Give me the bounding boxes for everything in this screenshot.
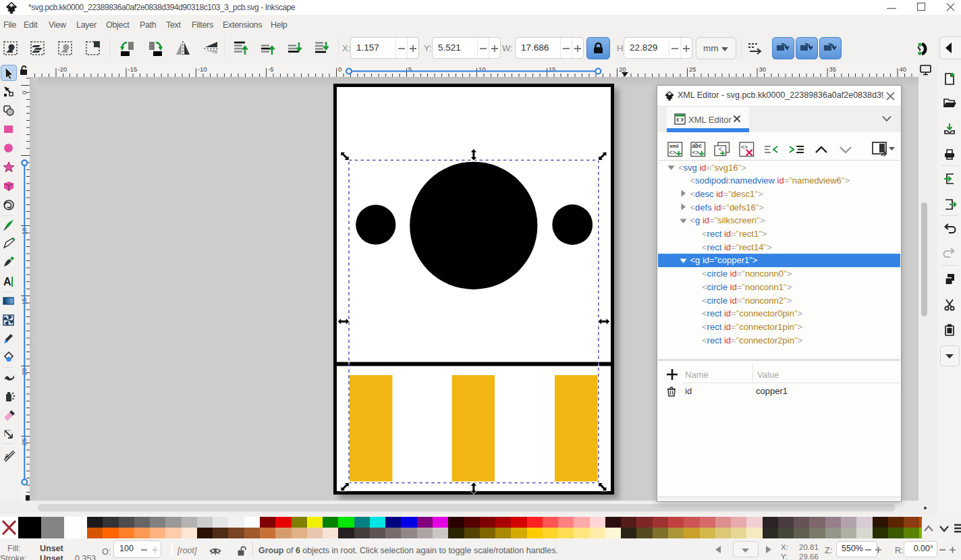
- svg-text:40: 40: [900, 65, 907, 73]
- svg-text:A: A: [5, 453, 9, 459]
- svg-text:25: 25: [689, 65, 696, 73]
- svg-text:-10: -10: [198, 65, 207, 73]
- svg-text:-15: -15: [128, 65, 138, 73]
- svg-text:35: 35: [829, 65, 837, 73]
- svg-text:25: 25: [20, 438, 28, 445]
- svg-text:A: A: [3, 276, 11, 287]
- svg-text:-20: -20: [58, 65, 67, 73]
- svg-text:15: 15: [20, 298, 28, 305]
- svg-text:20: 20: [619, 65, 626, 73]
- svg-text:<>: <>: [669, 149, 676, 156]
- svg-text:30: 30: [759, 65, 767, 73]
- svg-text:10: 10: [20, 227, 28, 235]
- svg-text:-5: -5: [268, 65, 273, 73]
- svg-text:0: 0: [20, 91, 28, 94]
- svg-text:<: <: [719, 146, 722, 152]
- svg-text:20: 20: [20, 368, 28, 375]
- svg-text:0: 0: [338, 65, 341, 73]
- svg-text:<>: <>: [692, 149, 699, 156]
- svg-text:xml: xml: [669, 143, 679, 149]
